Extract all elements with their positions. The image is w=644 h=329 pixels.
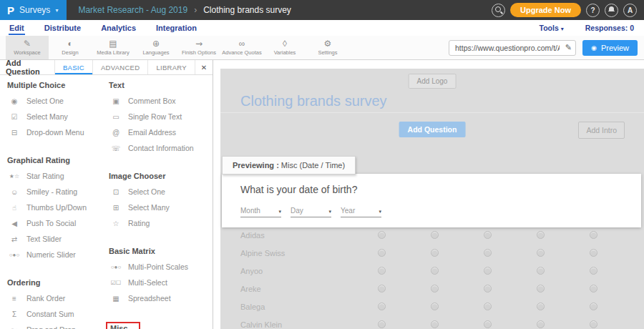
menu-item[interactable]: Edit	[9, 21, 25, 35]
date-dropdown[interactable]: Year ▾	[341, 207, 381, 217]
panel-tab[interactable]: BASIC	[54, 60, 92, 74]
question-type-item[interactable]: ⊞ Select Many	[109, 203, 210, 212]
question-type-item[interactable]: ☞ Drag and Drop	[7, 325, 109, 329]
question-type-item[interactable]: ◉ Select One	[7, 97, 109, 105]
menu-item[interactable]: Distribute	[44, 21, 82, 35]
questionpro-logo: P	[7, 4, 14, 16]
finish-options-icon: ⇝	[195, 39, 203, 49]
toolbar-tile[interactable]: ⇝ Finish Options	[177, 36, 220, 59]
question-type-label: Multi-Point Scales	[128, 262, 188, 271]
help-button[interactable]: ?	[586, 4, 600, 17]
radio-button	[378, 303, 386, 310]
question-type-item[interactable]: ▭ Single Row Text	[109, 112, 210, 121]
question-type-inner: ◉ Select One	[7, 97, 64, 105]
menu-item[interactable]: Integration	[155, 21, 197, 35]
add-question-panel: Add Question BASIC ADVANCED LIBRARY ✕ Mu…	[0, 60, 213, 329]
add-intro-button: Add Intro	[578, 122, 625, 139]
toolbar-tile[interactable]: ◐ Design	[49, 36, 92, 59]
settings-icon: ⚙	[324, 39, 332, 49]
panel-tab[interactable]: ADVANCED	[92, 60, 147, 74]
text-slider-icon: ⇄	[7, 235, 21, 243]
question-type-inner: ☏ Contact Information	[109, 144, 194, 152]
date-dropdown[interactable]: Day ▾	[291, 207, 331, 217]
survey-url-input[interactable]	[449, 40, 576, 56]
brand-label: Alpine Swiss	[240, 249, 355, 257]
preview-button[interactable]: ◉ Preview	[582, 40, 638, 56]
toolbar-tile[interactable]: ◊ Variables	[263, 36, 306, 59]
question-type-section: Image Chooser ⊡ Select One	[109, 172, 210, 227]
radio-button	[484, 303, 492, 310]
question-type-item[interactable]: ◀ Push To Social	[7, 219, 109, 227]
question-type-item[interactable]: ⇄ Text Slider	[7, 235, 109, 243]
question-type-item[interactable]: @ Email Address	[109, 128, 210, 137]
question-type-item[interactable]: ☆ Rating	[109, 219, 210, 227]
question-type-item[interactable]: ○●○ Multi-Point Scales	[109, 262, 210, 271]
radio-button	[590, 303, 597, 310]
comment-box-icon: ▣	[109, 97, 123, 105]
toolbar-tile[interactable]: ⚙ Settings	[306, 36, 349, 59]
question-type-item[interactable]: ☑☐ Multi-Select	[109, 278, 210, 287]
question-type-item[interactable]: ☑ Select Many	[7, 112, 109, 121]
chevron-down-icon: ▾	[328, 209, 331, 215]
radio-button	[431, 303, 439, 310]
push-to-social-icon: ◀	[7, 220, 21, 227]
question-type-label: Text Slider	[26, 235, 62, 243]
notifications-button[interactable]	[605, 4, 618, 17]
product-name: Surveys	[19, 5, 50, 15]
edit-url-icon[interactable]: ✎	[565, 43, 572, 52]
select-many-icon: ☑	[7, 113, 21, 121]
product-switcher[interactable]: P Surveys ▾	[0, 0, 67, 20]
question-type-inner: ⊞ Select Many	[109, 203, 170, 212]
question-type-label: Push To Social	[26, 219, 76, 227]
question-type-item[interactable]: ☏ Contact Information	[109, 144, 210, 152]
radio-button	[590, 231, 597, 239]
question-type-label: Rating	[128, 219, 150, 227]
question-type-item[interactable]: ≡ Rank Order	[7, 294, 109, 303]
breadcrumb-folder[interactable]: Market Research - Aug 2019	[78, 5, 187, 15]
workspace-icon: ✎	[24, 39, 31, 49]
question-type-section: Basic Matrix ○●○ Multi-Point Scales	[109, 247, 210, 303]
brand-label: Calvin Klein	[240, 320, 355, 329]
date-dropdown[interactable]: Month ▾	[240, 207, 281, 217]
matrix-cells	[355, 231, 620, 239]
select-one-icon: ◉	[7, 97, 21, 105]
question-type-inner: ◀ Push To Social	[7, 219, 76, 227]
breadcrumb-survey-name: Clothing brands survey	[203, 5, 291, 15]
panel-tab[interactable]: LIBRARY	[147, 60, 195, 74]
close-icon[interactable]: ✕	[195, 60, 213, 74]
image-rating-icon: ☆	[109, 220, 123, 227]
question-type-inner: @ Email Address	[109, 128, 176, 137]
radio-button	[431, 285, 439, 293]
question-type-label: Select Many	[128, 203, 170, 212]
question-type-item[interactable]: ★☆ Star Rating	[7, 172, 109, 180]
question-type-inner: ☺ Smiley - Rating	[7, 187, 77, 196]
question-type-item[interactable]: ⊡ Select One	[109, 187, 210, 196]
question-type-item[interactable]: ▣ Comment Box	[109, 97, 210, 105]
image-select-one-icon: ⊡	[109, 188, 123, 196]
question-type-item[interactable]: ○●○ Numeric Slider	[7, 250, 109, 259]
responses-count[interactable]: Responses: 0	[585, 24, 634, 32]
menu-item[interactable]: Analytics	[100, 21, 137, 35]
design-icon: ◐	[67, 39, 72, 49]
question-type-item[interactable]: ☝ Thumbs Up/Down	[7, 203, 109, 212]
toolbar-tile[interactable]: ∞ Advance Quotas	[220, 36, 263, 59]
question-type-section: Misc ▤ Date / Time +	[109, 322, 210, 329]
section-heading: Image Chooser	[109, 172, 210, 180]
add-question-button: Add Question	[399, 122, 466, 137]
upgrade-now-button[interactable]: Upgrade Now	[510, 3, 581, 17]
question-type-label: Spreadsheet	[128, 294, 171, 303]
tools-menu[interactable]: Tools ▾	[540, 24, 564, 32]
search-button[interactable]	[492, 4, 505, 17]
avatar-button[interactable]: A	[623, 4, 637, 17]
question-type-item[interactable]: ▦ Spreadsheet	[109, 294, 210, 303]
question-type-inner: ≡ Rank Order	[7, 294, 65, 303]
breadcrumb-separator: ›	[187, 5, 203, 15]
toolbar-tile[interactable]: ✎ Workspace	[6, 36, 49, 59]
question-type-item[interactable]: Σ Constant Sum	[7, 310, 109, 318]
question-type-inner: ▭ Single Row Text	[109, 112, 182, 121]
question-type-item[interactable]: ☺ Smiley - Rating	[7, 187, 109, 196]
toolbar-tile[interactable]: ▤ Media Library	[92, 36, 135, 59]
question-type-item[interactable]: ⊟ Drop-down Menu	[7, 128, 109, 137]
question-type-label: Comment Box	[128, 97, 176, 105]
toolbar-tile[interactable]: ⊕ Languages	[135, 36, 177, 59]
